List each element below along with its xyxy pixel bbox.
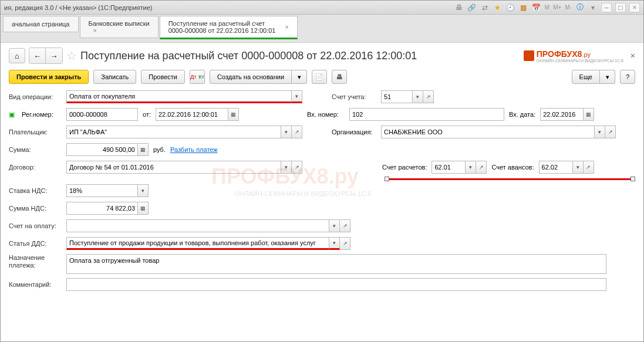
calc-icon[interactable]: ▦ — [138, 143, 149, 156]
open-icon[interactable]: ↗ — [423, 90, 434, 103]
logo-icon — [524, 50, 534, 61]
selection-handle[interactable] — [385, 177, 389, 181]
titlebar-controls: 🖶 🔗 ⇄ ★ 🕘 ▦ 📅 M M+ M- ⓘ ▾ – □ × — [454, 3, 640, 12]
calendar-icon[interactable]: ▦ — [228, 108, 239, 121]
date-label: от: — [143, 111, 151, 118]
tab-bar: ачальная страница Банковские выписки × П… — [1, 15, 643, 43]
help-button[interactable]: ? — [620, 70, 635, 84]
open-icon[interactable]: ↗ — [584, 161, 594, 174]
sum-input[interactable] — [66, 143, 138, 156]
home-button[interactable]: ⌂ — [9, 48, 25, 63]
open-icon[interactable]: ↗ — [340, 219, 350, 232]
vat-sum-input[interactable] — [66, 202, 138, 215]
vat-rate-input[interactable] — [66, 184, 138, 197]
create-based-button[interactable]: Создать на основании — [210, 70, 292, 84]
org-label: Организация: — [332, 128, 376, 136]
dropdown-icon[interactable]: ▾ — [329, 219, 340, 232]
dropdown-icon[interactable]: ▾ — [138, 184, 149, 197]
tab-receipt[interactable]: Поступление на расчетный счет 0000-00000… — [160, 16, 298, 39]
forward-button[interactable]: → — [46, 48, 62, 63]
mem-m[interactable]: M — [545, 3, 549, 12]
tab-bank-statements[interactable]: Банковские выписки × — [80, 16, 159, 38]
mem-mminus[interactable]: M- — [565, 3, 572, 12]
payer-label: Плательщик: — [9, 128, 62, 136]
create-based-dropdown[interactable]: ▾ — [292, 70, 307, 84]
calendar-icon[interactable]: ▦ — [584, 108, 594, 121]
attach-button[interactable]: 📄 — [312, 70, 327, 84]
more-button[interactable]: Еще — [572, 70, 600, 84]
more-dropdown[interactable]: ▾ — [600, 70, 615, 84]
selection-handle[interactable] — [630, 177, 635, 181]
acc-calc-input[interactable] — [431, 161, 466, 174]
dropdown-icon[interactable]: ▾ — [281, 126, 292, 138]
contract-input[interactable] — [66, 161, 281, 174]
date-input[interactable] — [156, 108, 228, 121]
dropdown-icon[interactable]: ▾ — [329, 237, 340, 250]
post-button[interactable]: Провести — [141, 70, 185, 84]
reg-num-label: Рег.номер: — [22, 111, 62, 118]
tab-label: Поступление на расчетный счет — [168, 20, 276, 27]
dropdown-icon[interactable]: ▾ — [281, 161, 292, 174]
status-icon: ▣ — [9, 111, 17, 118]
invoice-input[interactable] — [66, 219, 329, 232]
favorite-icon[interactable]: ☆ — [66, 49, 77, 63]
post-and-close-button[interactable]: Провести и закрыть — [9, 70, 89, 84]
info-icon[interactable]: ⓘ — [575, 3, 585, 12]
acc-advance-input[interactable] — [539, 161, 573, 174]
print-icon[interactable]: 🖶 — [454, 3, 464, 12]
account-input[interactable] — [381, 90, 413, 103]
account-label: Счет учета: — [332, 93, 376, 100]
open-icon[interactable]: ↗ — [292, 161, 302, 174]
purpose-label: Назначение платежа: — [9, 254, 62, 269]
calc-icon[interactable]: ▦ — [138, 202, 149, 215]
dds-label: Статья ДДС: — [9, 240, 62, 247]
calc-icon[interactable]: ▦ — [519, 3, 528, 12]
maximize-button[interactable]: □ — [615, 3, 626, 12]
in-date-input[interactable] — [540, 108, 584, 121]
page-title: Поступление на расчетный счет 0000-00000… — [80, 50, 417, 62]
in-num-label: Вх. номер: — [307, 111, 345, 118]
close-icon[interactable]: × — [285, 23, 288, 31]
comment-input[interactable] — [66, 278, 606, 291]
open-icon[interactable]: ↗ — [476, 161, 487, 174]
acc-advance-label: Счет авансов: — [491, 164, 534, 171]
minimize-button[interactable]: – — [601, 3, 612, 12]
link-icon[interactable]: 🔗 — [467, 3, 477, 12]
dropdown-icon[interactable]: ▾ — [466, 161, 476, 174]
open-icon[interactable]: ↗ — [605, 126, 616, 138]
invoice-label: Счет на оплату: — [9, 222, 62, 229]
dds-input[interactable] — [66, 237, 329, 250]
tab-label: ачальная страница — [12, 21, 70, 28]
dt-kt-button[interactable]: ДтКт — [190, 70, 205, 84]
open-icon[interactable]: ↗ — [292, 126, 302, 138]
tab-start-page[interactable]: ачальная страница — [3, 16, 79, 32]
close-page-button[interactable]: × — [630, 51, 635, 60]
split-payment-link[interactable]: Разбить платеж — [170, 146, 218, 153]
print-button[interactable]: 🖶 — [332, 70, 347, 84]
dropdown-icon[interactable]: ▾ — [292, 90, 302, 103]
payer-input[interactable] — [66, 126, 281, 138]
in-num-input[interactable] — [349, 108, 504, 121]
open-icon[interactable]: ↗ — [340, 237, 350, 250]
org-input[interactable] — [381, 126, 595, 138]
save-button[interactable]: Записать — [93, 70, 136, 84]
dropdown-icon[interactable]: ▾ — [413, 90, 423, 103]
history-icon[interactable]: 🕘 — [506, 3, 515, 12]
contract-label: Договор: — [9, 164, 62, 171]
op-type-input[interactable] — [66, 90, 292, 103]
logo: ПРОФБУХ8.ру ОНЛАЙН-СЕМИНАРЫ И ВИДЕОКУРСЫ… — [524, 49, 635, 63]
close-button[interactable]: × — [629, 3, 640, 12]
vat-rate-label: Ставка НДС: — [9, 187, 62, 194]
mem-mplus[interactable]: M+ — [553, 3, 561, 12]
reg-num-input[interactable] — [66, 108, 138, 121]
star-icon[interactable]: ★ — [493, 3, 503, 12]
dropdown-icon[interactable]: ▾ — [573, 161, 584, 174]
back-button[interactable]: ← — [29, 48, 46, 63]
calendar-icon[interactable]: 📅 — [532, 3, 541, 12]
dropdown-icon[interactable]: ▾ — [595, 126, 605, 138]
compare-icon[interactable]: ⇄ — [480, 3, 490, 12]
close-icon[interactable]: × — [93, 27, 150, 34]
purpose-textarea[interactable]: Оплата за отгруженный товар — [66, 254, 606, 274]
dropdown-icon[interactable]: ▾ — [588, 3, 598, 12]
sum-label: Сумма: — [9, 146, 62, 153]
